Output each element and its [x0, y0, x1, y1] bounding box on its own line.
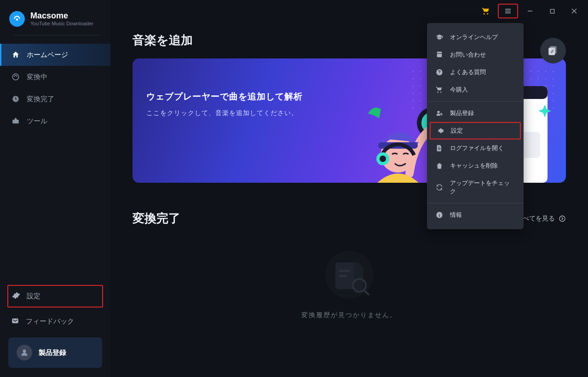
- empty-doc-icon: [322, 249, 377, 300]
- cart-icon: [482, 7, 490, 15]
- sidebar-item-converted[interactable]: 変換完了: [0, 88, 110, 110]
- user-icon: [17, 345, 32, 360]
- menu-separator: [427, 101, 524, 102]
- svg-point-12: [23, 349, 26, 353]
- mail-icon: [11, 317, 19, 326]
- view-all-link[interactable]: すべてを見る: [516, 215, 566, 223]
- sidebar-item-home[interactable]: ホームページ: [0, 44, 110, 66]
- menu-register[interactable]: 製品登録: [427, 104, 524, 122]
- add-music-fab[interactable]: [540, 38, 566, 64]
- empty-text: 変換履歴が見つかりません。: [301, 311, 397, 319]
- maximize-icon: [550, 9, 555, 14]
- card-sub: ここをクリックして、音楽を追加してください。: [146, 109, 303, 117]
- file-icon: [435, 144, 444, 152]
- hamburger-menu-button[interactable]: [498, 4, 518, 18]
- sidebar-bottom: 設定 フィードバック 製品登録: [0, 285, 110, 377]
- svg-point-38: [441, 113, 442, 115]
- sidebar-item-label: 変換完了: [27, 95, 54, 104]
- svg-rect-10: [12, 120, 19, 123]
- gear-icon: [12, 291, 20, 301]
- svg-point-28: [380, 156, 386, 162]
- menu-about[interactable]: 情報: [427, 206, 524, 224]
- question-icon: [435, 68, 444, 76]
- chevron-right-icon: [559, 215, 566, 222]
- info-icon: [435, 211, 444, 219]
- menu-label: ログファイルを開く: [450, 144, 504, 152]
- svg-rect-32: [339, 270, 350, 272]
- menu-label: アップデートをチェック: [450, 179, 515, 196]
- sidebar-item-label: 変換中: [27, 73, 47, 81]
- minimize-button[interactable]: [520, 4, 540, 18]
- titlebar: [0, 0, 588, 22]
- menu-contact[interactable]: お問い合わせ: [427, 46, 524, 64]
- svg-rect-4: [550, 9, 554, 13]
- sidebar-settings[interactable]: 設定: [7, 285, 103, 307]
- menu-check-update[interactable]: アップデートをチェック: [427, 174, 524, 200]
- menu-separator: [427, 203, 524, 203]
- menu-label: 設定: [451, 127, 463, 135]
- minimize-icon: [527, 8, 533, 14]
- sidebar-item-converting[interactable]: 変換中: [0, 66, 110, 88]
- svg-point-37: [437, 111, 439, 113]
- menu-clear-cache[interactable]: キャッシュを削除: [427, 157, 524, 174]
- empty-state: 変換履歴が見つかりません。: [133, 245, 566, 319]
- hamburger-icon: [504, 7, 512, 15]
- maximize-button[interactable]: [542, 4, 562, 18]
- trash-icon: [435, 162, 444, 170]
- close-icon: [571, 8, 577, 14]
- sidebar-item-tools[interactable]: ツール: [0, 110, 110, 132]
- toolbox-icon: [11, 116, 20, 126]
- menu-buy-now[interactable]: 今購入: [427, 81, 524, 99]
- nav: ホームページ 変換中 変換完了 ツール: [0, 44, 110, 132]
- svg-point-29: [559, 216, 565, 221]
- card-heading: ウェブプレーヤーで曲を追加して解析: [146, 91, 303, 103]
- menu-label: 製品登録: [450, 109, 474, 117]
- menu-label: よくある質問: [450, 68, 486, 76]
- graduation-icon: [435, 33, 444, 41]
- menu-label: お問い合わせ: [450, 51, 486, 59]
- menu-online-help[interactable]: オンラインヘルプ: [427, 29, 524, 46]
- refresh-icon: [435, 183, 444, 191]
- menu-open-log[interactable]: ログファイルを開く: [427, 139, 524, 157]
- cart-button[interactable]: [476, 4, 496, 18]
- menu-label: キャッシュを削除: [450, 162, 498, 170]
- home-icon: [11, 50, 20, 59]
- svg-rect-33: [339, 275, 347, 277]
- history-title: 変換完了: [133, 210, 180, 226]
- sidebar-feedback[interactable]: フィードバック: [0, 310, 110, 333]
- phone-icon: [435, 51, 444, 59]
- menu-label: 情報: [450, 211, 462, 219]
- svg-point-8: [12, 74, 19, 80]
- cart-icon: [435, 86, 444, 94]
- menu-faq[interactable]: よくある質問: [427, 64, 524, 81]
- gear-icon: [436, 127, 444, 135]
- menu-label: 今購入: [450, 86, 468, 94]
- close-button[interactable]: [564, 4, 584, 18]
- register-button[interactable]: 製品登録: [8, 337, 102, 368]
- menu-label: オンラインヘルプ: [450, 33, 498, 41]
- music-files-icon: [547, 45, 559, 57]
- menu-settings[interactable]: 設定: [430, 122, 521, 139]
- converting-icon: [11, 72, 20, 81]
- sidebar-item-label: ホームページ: [27, 51, 68, 59]
- register-label: 製品登録: [39, 348, 66, 357]
- hamburger-menu: オンラインヘルプ お問い合わせ よくある質問 今購入 製品登録 設定 ログファイ…: [427, 23, 524, 229]
- user-key-icon: [435, 109, 444, 117]
- sidebar-item-label: ツール: [27, 117, 47, 126]
- sidebar-settings-label: 設定: [27, 292, 40, 301]
- clock-icon: [11, 94, 20, 104]
- sidebar: Macsome YouTube Music Downloader ホームページ …: [0, 0, 110, 377]
- sidebar-feedback-label: フィードバック: [26, 317, 74, 326]
- divider: [14, 35, 101, 35]
